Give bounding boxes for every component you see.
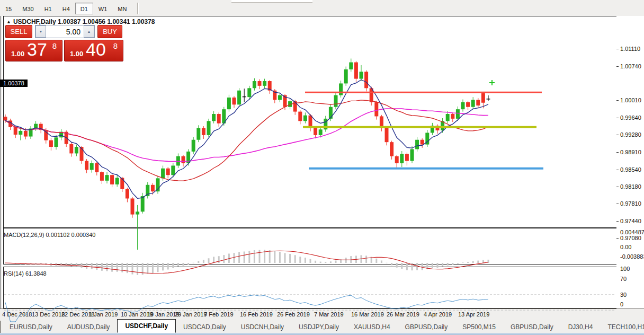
buy-price-base: 1.00: [70, 50, 83, 58]
date-axis-label: 7 Feb 2019: [204, 311, 234, 318]
date-axis-label: 1 Jan 2019: [89, 311, 118, 318]
rsi-axis-label: 30: [620, 292, 627, 298]
window-left-edge: [0, 16, 2, 308]
buy-price-display[interactable]: 1.00 40 8: [64, 40, 123, 61]
price-axis: 1.011101.007401.000100.996400.992800.989…: [616, 16, 644, 308]
chart-tab-bar: EURUSD,DailyAUDUSD,DailyUSDCHF,DailyUSDC…: [0, 319, 644, 333]
date-axis-label: 16 Mar 2019: [351, 311, 384, 318]
date-axis-label: 7 Mar 2019: [314, 311, 344, 318]
tab-gbpusd-daily[interactable]: GBPUSD,Daily: [503, 322, 561, 333]
date-axis-label: 13 Apr 2019: [458, 311, 489, 318]
price-tick: [616, 100, 619, 101]
price-axis-label: 0.98540: [620, 166, 641, 173]
volume-increase-button[interactable]: ▲: [84, 25, 94, 38]
sell-price-display[interactable]: 1.00 37 8: [5, 40, 62, 61]
buy-price-point: 8: [113, 41, 118, 50]
price-axis-label: 1.00740: [620, 63, 641, 69]
price-tick: [616, 204, 619, 204]
tab-tech100-h1[interactable]: TECH100,H1: [600, 322, 644, 333]
buy-button[interactable]: BUY: [97, 25, 122, 38]
macd-axis-label: -0.003883: [620, 253, 644, 260]
tab-xauusd-h4[interactable]: XAUUSD,H4: [346, 322, 398, 333]
date-axis-label: 26 Feb 2019: [277, 311, 310, 318]
toolbar-separator: [137, 3, 139, 14]
current-price-tag: 1.00378: [0, 80, 28, 87]
price-tick: [616, 152, 619, 153]
timeframe-button-mn[interactable]: MN: [112, 3, 132, 14]
ohlc-values: 1.00387 1.00456 1.00341 1.00378: [58, 18, 155, 25]
price-tick: [616, 221, 619, 222]
price-tick: [616, 238, 619, 239]
tab-eurusd-daily[interactable]: EURUSD,Daily: [2, 322, 60, 333]
price-axis-label: 0.97810: [620, 200, 641, 207]
price-axis-label: 0.98180: [620, 183, 641, 190]
sell-price-pips: 37: [27, 39, 47, 60]
price-tick: [616, 49, 619, 49]
price-tick: [616, 170, 619, 170]
rsi-panel[interactable]: [3, 267, 617, 308]
timeframe-toolbar: 15M30H1H4D1W1MN: [0, 0, 644, 16]
macd-axis-label: 0.004487: [620, 229, 644, 235]
volume-stepper: ▼ ▲: [35, 25, 95, 38]
symbol-name: USDCHF,Daily: [13, 18, 56, 25]
price-axis-label: 0.97440: [620, 218, 641, 224]
tab-sp500-m15[interactable]: SP500,M15: [455, 322, 503, 333]
price-axis-label: 0.99280: [620, 131, 641, 138]
timeframe-button-d1[interactable]: D1: [75, 3, 93, 14]
tab-usdjpy-daily[interactable]: USDJPY,Daily: [291, 322, 346, 333]
volume-decrease-button[interactable]: ▼: [35, 25, 46, 38]
tab-usdcad-daily[interactable]: USDCAD,Daily: [176, 322, 234, 333]
timeframe-button-15[interactable]: 15: [0, 3, 17, 14]
date-axis-label: 29 Jan 2019: [175, 311, 207, 318]
price-axis-label: 1.00010: [620, 97, 641, 103]
timeframe-button-m30[interactable]: M30: [17, 3, 39, 14]
sell-button[interactable]: SELL: [5, 25, 32, 38]
price-axis-label: 0.98910: [620, 149, 641, 155]
chart-window: ▲USDCHF,Daily 1.00387 1.00456 1.00341 1.…: [0, 16, 644, 308]
rsi-axis-label: 70: [620, 276, 627, 282]
date-axis-label: 13 Dec 2018: [32, 311, 65, 318]
price-tick: [616, 118, 619, 118]
date-axis: 4 Dec 201813 Dec 201822 Dec 20181 Jan 20…: [0, 308, 644, 320]
price-tick: [616, 135, 619, 135]
tab-audusd-daily[interactable]: AUDUSD,Daily: [60, 322, 118, 333]
date-axis-label: 4 Apr 2019: [424, 311, 452, 318]
timeframe-button-h1[interactable]: H1: [39, 3, 57, 14]
collapse-arrow-icon[interactable]: ▲: [6, 19, 11, 24]
timeframe-button-w1[interactable]: W1: [93, 3, 113, 14]
sell-price-point: 8: [52, 41, 57, 50]
price-axis-label: 0.97080: [620, 235, 641, 241]
volume-input[interactable]: [46, 25, 84, 38]
macd-axis-label: 0.00: [620, 244, 631, 250]
rsi-axis-label: 100: [620, 266, 630, 272]
macd-label: MACD(12,26,9) 0.001102 0.000340: [4, 232, 95, 238]
timeframe-buttons: 15M30H1H4D1W1MN: [0, 2, 139, 15]
tab-usdcnh-daily[interactable]: USDCNH,Daily: [234, 322, 291, 333]
rsi-axis-label: 0: [620, 301, 623, 307]
toolbar-edge-highlight: [231, 0, 312, 3]
chart-title: ▲USDCHF,Daily 1.00387 1.00456 1.00341 1.…: [6, 18, 155, 25]
timeframe-button-h4[interactable]: H4: [57, 3, 75, 14]
rsi-label: RSI(14) 61.3848: [4, 270, 47, 277]
tab-partial[interactable]: [0, 321, 1, 333]
buy-price-pips: 40: [86, 39, 106, 60]
window-bottom-edge: [0, 333, 644, 335]
tab-gbpusd-daily[interactable]: GBPUSD,Daily: [398, 322, 455, 333]
price-tick: [616, 187, 619, 187]
date-axis-label: 26 Mar 2019: [387, 311, 419, 318]
tab-dj30-h4[interactable]: DJ30,H4: [561, 322, 601, 333]
price-axis-label: 0.99640: [620, 114, 641, 121]
sell-price-base: 1.00: [11, 50, 24, 58]
date-axis-label: 16 Feb 2019: [240, 311, 273, 318]
tab-usdchf-daily[interactable]: USDCHF,Daily: [117, 319, 176, 333]
trading-terminal: 15M30H1H4D1W1MN ▲USDCHF,Daily 1.00387 1.…: [0, 0, 644, 335]
price-axis-label: 1.01110: [620, 46, 640, 52]
date-axis-label: 4 Dec 2018: [2, 311, 32, 318]
price-tick: [616, 66, 619, 67]
